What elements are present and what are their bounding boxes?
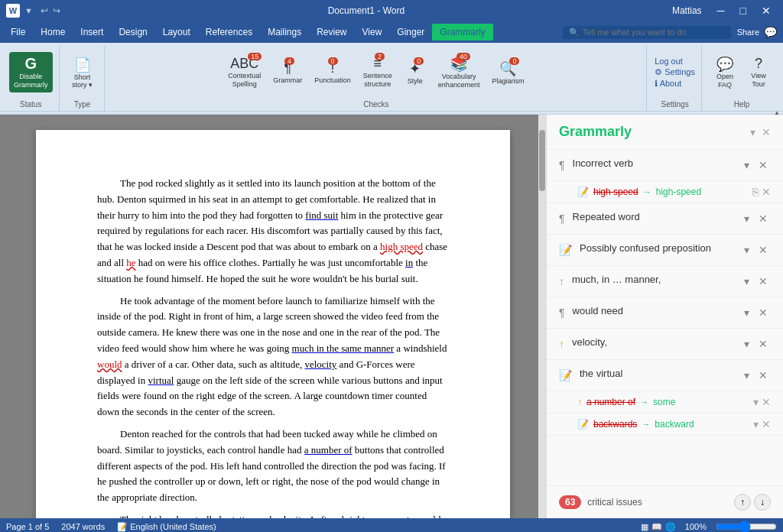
menu-design[interactable]: Design bbox=[111, 24, 154, 41]
menu-references[interactable]: References bbox=[198, 24, 260, 41]
backwards-original: backwards bbox=[593, 419, 637, 430]
share-button[interactable]: Share bbox=[737, 28, 759, 37]
dismiss-icon[interactable]: ✕ bbox=[755, 157, 771, 173]
menu-insert[interactable]: Insert bbox=[73, 24, 111, 41]
punctuation-button[interactable]: ! 0 Punctuation bbox=[310, 57, 356, 87]
menu-bar: File Home Insert Design Layout Reference… bbox=[0, 21, 557, 43]
menu-mailings[interactable]: Mailings bbox=[260, 24, 309, 41]
search-input[interactable] bbox=[583, 28, 705, 37]
menu-ginger[interactable]: Ginger bbox=[389, 24, 432, 41]
suggestion-virtual[interactable]: 📝 the virtual ▾ ✕ bbox=[547, 360, 783, 391]
grammar-badge: 4 bbox=[284, 57, 294, 65]
menu-home[interactable]: Home bbox=[33, 24, 73, 41]
suggestion-velocity[interactable]: ↑ velocity, ▾ ✕ bbox=[547, 329, 783, 360]
ribbon-group-settings: Log out ⚙ Settings ℹ About Settings bbox=[648, 46, 702, 111]
sub-actions: ⎘ ✕ bbox=[752, 186, 771, 198]
tour-icon: ? bbox=[755, 56, 762, 72]
suggestion-velocity-actions: ▾ ✕ bbox=[741, 336, 771, 352]
print-layout-icon[interactable]: ▦ bbox=[641, 522, 648, 532]
style-icon-wrap: ✦ 0 bbox=[409, 60, 421, 77]
number-expand-icon[interactable]: ▾ bbox=[753, 396, 759, 408]
paragraph-1: The pod rocked slightly as it settled in… bbox=[97, 176, 449, 287]
vocabulary-button[interactable]: 📚 40 Vocabularyenhancement bbox=[434, 53, 485, 92]
suggestion-would-need[interactable]: ¶ would need ▾ ✕ bbox=[547, 297, 783, 329]
contextual-spelling-button[interactable]: ABC 15 ContextualSpelling bbox=[223, 53, 265, 92]
search-bar: 🔍 bbox=[563, 26, 731, 39]
menu-review[interactable]: Review bbox=[309, 24, 354, 41]
much-in-manner-text: much in the same manner bbox=[292, 342, 395, 354]
backwards-expand-icon[interactable]: ▾ bbox=[753, 418, 759, 430]
logout-link[interactable]: Log out bbox=[655, 56, 695, 66]
short-story-label: Shortstory ▾ bbox=[72, 73, 93, 89]
dismiss-sub-icon[interactable]: ✕ bbox=[762, 186, 771, 198]
velocity-expand-icon[interactable]: ▾ bbox=[741, 336, 752, 352]
open-faq-button[interactable]: 💬 OpenFAQ bbox=[710, 53, 740, 92]
virtual-dismiss-icon[interactable]: ✕ bbox=[755, 368, 771, 383]
repeated-expand-icon[interactable]: ▾ bbox=[741, 211, 752, 226]
menu-grammarly[interactable]: Grammarly bbox=[432, 24, 492, 41]
vertical-scrollbar[interactable] bbox=[538, 115, 546, 518]
grammar-button[interactable]: ¶ 4 Grammar bbox=[268, 57, 307, 87]
about-link[interactable]: ℹ About bbox=[655, 78, 695, 89]
title-bar-title: Document1 - Word bbox=[60, 5, 672, 16]
preposition-dismiss-icon[interactable]: ✕ bbox=[755, 242, 771, 258]
preposition-expand-icon[interactable]: ▾ bbox=[741, 242, 752, 258]
web-layout-icon[interactable]: 🌐 bbox=[665, 522, 676, 532]
ribbon-collapse-icon[interactable]: ▲ bbox=[774, 112, 780, 114]
repeated-dismiss-icon[interactable]: ✕ bbox=[755, 211, 771, 226]
suggestion-would-title: would need bbox=[573, 305, 733, 316]
backwards-actions: ▾ ✕ bbox=[753, 418, 771, 430]
restore-icon[interactable]: □ bbox=[734, 3, 752, 18]
short-story-icon: 📄 bbox=[74, 57, 91, 73]
suggestion-backwards[interactable]: 📝 backwards → backward ▾ ✕ bbox=[547, 414, 783, 436]
next-issue-button[interactable]: ↓ bbox=[754, 494, 771, 511]
menu-view[interactable]: View bbox=[355, 24, 390, 41]
faq-label: OpenFAQ bbox=[716, 73, 733, 89]
nav-arrows: ↑ ↓ bbox=[734, 494, 771, 511]
zoom-slider[interactable] bbox=[716, 521, 777, 532]
grammarly-close-icon[interactable]: ✕ bbox=[762, 126, 771, 138]
virtual-expand-icon[interactable]: ▾ bbox=[741, 368, 752, 383]
velocity-dismiss-icon[interactable]: ✕ bbox=[755, 336, 771, 352]
menu-file[interactable]: File bbox=[3, 24, 33, 41]
suggestion-high-speed[interactable]: 📝 high speed → high-speed ⎘ ✕ bbox=[547, 181, 783, 203]
scroll-thumb[interactable] bbox=[539, 130, 545, 191]
plagiarism-button[interactable]: 🔍 0 Plagiarism bbox=[487, 57, 528, 88]
style-button[interactable]: ✦ 0 Style bbox=[400, 57, 430, 88]
would-dismiss-icon[interactable]: ✕ bbox=[755, 305, 771, 320]
suggestion-a-number-of[interactable]: ↑ a number of → some ▾ ✕ bbox=[547, 391, 783, 414]
would-expand-icon[interactable]: ▾ bbox=[741, 305, 752, 320]
copy-icon[interactable]: ⎘ bbox=[752, 186, 759, 198]
grammarly-panel: Grammarly ▾ ✕ ¶ Incorrect verb ▾ ✕ 📝 hig… bbox=[546, 115, 783, 518]
status-group-label: Status bbox=[20, 100, 41, 111]
view-tour-button[interactable]: ? ViewTour bbox=[743, 53, 774, 92]
suggestion-much-manner[interactable]: ↑ much, in … manner, ▾ ✕ bbox=[547, 266, 783, 297]
sentence-structure-button[interactable]: ≡ 2 Sentencestructure bbox=[359, 53, 397, 92]
title-bar-left: W ▼ ↩ ↪ bbox=[6, 4, 60, 18]
manner-expand-icon[interactable]: ▾ bbox=[741, 274, 752, 289]
prev-issue-button[interactable]: ↑ bbox=[734, 494, 751, 511]
suggestion-incorrect-verb[interactable]: ¶ Incorrect verb ▾ ✕ bbox=[547, 150, 783, 181]
suggestion-would-actions: ▾ ✕ bbox=[741, 305, 771, 320]
issues-count-area: 63 critical issues bbox=[559, 495, 642, 509]
read-mode-icon[interactable]: 📖 bbox=[651, 522, 662, 532]
backwards-dismiss-icon[interactable]: ✕ bbox=[762, 418, 771, 430]
word-count: 2047 words bbox=[61, 522, 105, 531]
disable-grammarly-button[interactable]: G DisableGrammarly bbox=[9, 52, 53, 92]
suggestion-repeated-word[interactable]: ¶ Repeated word ▾ ✕ bbox=[547, 203, 783, 235]
menu-layout[interactable]: Layout bbox=[155, 24, 198, 41]
settings-link[interactable]: ⚙ Settings bbox=[655, 66, 695, 78]
disable-label: DisableGrammarly bbox=[14, 73, 48, 89]
ribbon: G DisableGrammarly Status 📄 Shortstory ▾… bbox=[0, 43, 783, 112]
suggestion-confused-preposition[interactable]: 📝 Possibly confused preposition ▾ ✕ bbox=[547, 235, 783, 266]
close-icon[interactable]: ✕ bbox=[755, 3, 777, 18]
minimize-icon[interactable]: ─ bbox=[711, 3, 731, 18]
short-story-button[interactable]: 📄 Shortstory ▾ bbox=[67, 54, 98, 92]
suggestion-preposition-content: Possibly confused preposition bbox=[580, 242, 733, 254]
suggestion-title: Incorrect verb bbox=[573, 157, 733, 169]
grammarly-minimize-icon[interactable]: ▾ bbox=[750, 126, 755, 138]
expand-icon[interactable]: ▾ bbox=[741, 157, 752, 173]
manner-dismiss-icon[interactable]: ✕ bbox=[755, 274, 771, 289]
number-dismiss-icon[interactable]: ✕ bbox=[762, 396, 771, 408]
comment-icon[interactable]: 💬 bbox=[764, 26, 777, 38]
